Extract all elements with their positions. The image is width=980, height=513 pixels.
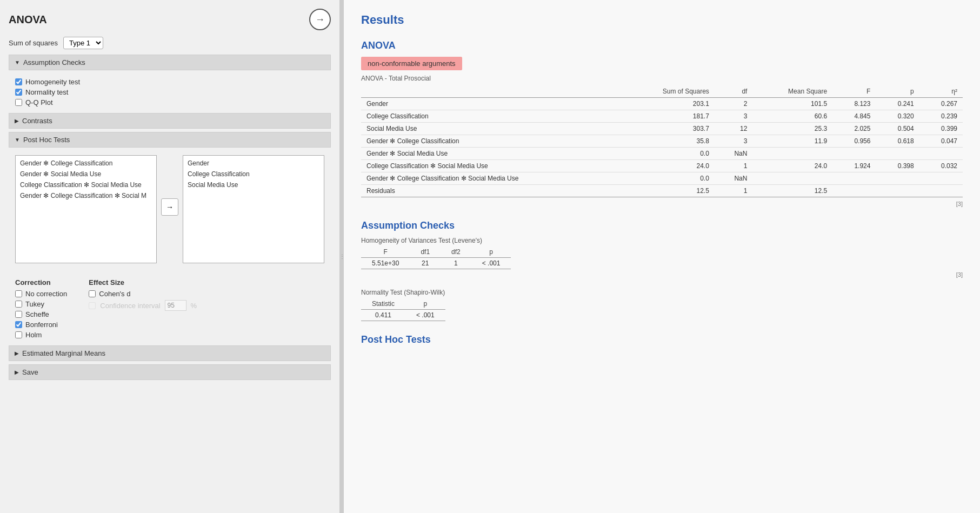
tukey-label[interactable]: Tukey (25, 300, 44, 308)
row-name: Gender (361, 98, 623, 110)
holm-row: Holm (15, 331, 67, 339)
row-ms: 101.5 (752, 98, 832, 110)
bonferroni-label[interactable]: Bonferroni (25, 321, 58, 329)
norm-val-p: < .001 (405, 310, 445, 321)
list-item[interactable]: Gender (185, 158, 322, 169)
ci-row: Confidence interval % (89, 300, 197, 311)
scheffe-checkbox[interactable] (15, 311, 22, 318)
col-header-f: F (832, 85, 876, 98)
panel-header: ANOVA → (9, 9, 331, 30)
no-correction-checkbox[interactable] (15, 290, 22, 297)
row-f: 2.025 (832, 123, 876, 135)
hom-col-df1: df1 (410, 246, 441, 258)
qq-row: Q-Q Plot (15, 98, 324, 106)
bonferroni-checkbox[interactable] (15, 321, 22, 328)
post-hoc-right-list[interactable]: Gender College Classification Social Med… (183, 155, 324, 263)
estimated-marginal-means-header[interactable]: ▶ Estimated Marginal Means (9, 345, 331, 361)
row-ss: 35.8 (623, 135, 715, 148)
save-chevron: ▶ (15, 369, 19, 375)
cohens-d-row: Cohen's d (89, 290, 197, 298)
col-header-eta: η² (919, 85, 963, 98)
sum-of-squares-select[interactable]: Type 1 Type 2 Type 3 (63, 37, 103, 49)
tukey-checkbox[interactable] (15, 301, 22, 308)
normality-block: Normality Test (Shapiro-Wilk) Statistic … (361, 289, 963, 321)
norm-val-stat: 0.411 (361, 310, 405, 321)
row-p (876, 172, 919, 185)
homogeneity-table: F df1 df2 p 5.51e+30 21 1 < .001 (361, 246, 511, 269)
normality-label[interactable]: Normality test (25, 88, 68, 96)
list-item[interactable]: Gender ✻ College Classification ✻ Social… (18, 190, 154, 201)
homogeneity-label[interactable]: Homogeneity test (25, 78, 80, 86)
post-hoc-section: Gender ✻ College Classification Gender ✻… (9, 151, 331, 274)
transfer-button[interactable]: → (161, 198, 178, 216)
holm-label[interactable]: Holm (25, 331, 42, 339)
post-hoc-left-list[interactable]: Gender ✻ College Classification Gender ✻… (15, 155, 157, 263)
list-item[interactable]: Gender ✻ Social Media Use (18, 169, 154, 179)
homogeneity-footnote: [3] (361, 271, 963, 278)
row-name: College Classification (361, 110, 623, 123)
post-hoc-header[interactable]: ▼ Post Hoc Tests (9, 132, 331, 148)
row-name: College Classification ✻ Social Media Us… (361, 160, 623, 172)
save-header[interactable]: ▶ Save (9, 364, 331, 380)
list-item[interactable]: College Classification ✻ Social Media Us… (18, 179, 154, 190)
row-f: 0.956 (832, 135, 876, 148)
row-name: Social Media Use (361, 123, 623, 135)
anova-table: Sum of Squares df Mean Square F p η² Gen… (361, 85, 963, 197)
ci-value-input[interactable] (165, 300, 186, 311)
transfer-row: Gender ✻ College Classification Gender ✻… (15, 155, 324, 263)
bonferroni-row: Bonferroni (15, 321, 67, 329)
arrow-button[interactable]: → (309, 9, 331, 30)
row-p (876, 148, 919, 160)
list-item[interactable]: Social Media Use (185, 179, 322, 190)
anova-title: ANOVA (9, 14, 47, 26)
assumption-checks-header[interactable]: ▼ Assumption Checks (9, 55, 331, 70)
assumption-checks-results-title: Assumption Checks (361, 220, 963, 231)
col-header-df: df (715, 85, 753, 98)
no-correction-label[interactable]: No correction (25, 290, 67, 298)
row-ms: 11.9 (752, 135, 832, 148)
scheffe-label[interactable]: Scheffe (25, 310, 49, 318)
holm-checkbox[interactable] (15, 331, 22, 338)
row-ms (752, 172, 832, 185)
row-ss: 303.7 (623, 123, 715, 135)
cohens-d-label[interactable]: Cohen's d (99, 290, 130, 298)
row-name: Gender ✻ College Classification (361, 135, 623, 148)
row-f (832, 185, 876, 197)
list-item[interactable]: College Classification (185, 169, 322, 179)
ci-label: Confidence interval (100, 302, 160, 310)
post-hoc-label: Post Hoc Tests (23, 136, 70, 144)
homogeneity-checkbox[interactable] (15, 78, 22, 85)
row-p: 0.504 (876, 123, 919, 135)
row-f: 4.845 (832, 110, 876, 123)
cohens-d-checkbox[interactable] (89, 290, 96, 297)
ci-unit: % (191, 302, 197, 310)
assumption-chevron: ▼ (15, 59, 20, 65)
ci-checkbox[interactable] (89, 302, 96, 309)
col-header-ms: Mean Square (752, 85, 832, 98)
tukey-row: Tukey (15, 300, 67, 308)
hom-col-p: p (471, 246, 511, 258)
row-ms: 60.6 (752, 110, 832, 123)
normality-checkbox[interactable] (15, 89, 22, 96)
qq-checkbox[interactable] (15, 99, 22, 106)
table-row: College Classification ✻ Social Media Us… (361, 160, 963, 172)
table-row: Gender ✻ College Classification ✻ Social… (361, 172, 963, 185)
row-name: Residuals (361, 185, 623, 197)
homogeneity-block: Homogeneity of Variances Test (Levene's)… (361, 237, 963, 278)
row-df: 3 (715, 110, 753, 123)
row-eta: 0.267 (919, 98, 963, 110)
sum-of-squares-label: Sum of squares (9, 39, 58, 47)
row-ms: 25.3 (752, 123, 832, 135)
hom-col-df2: df2 (441, 246, 471, 258)
effect-size-title: Effect Size (89, 278, 197, 287)
norm-col-stat: Statistic (361, 298, 405, 310)
scheffe-row: Scheffe (15, 310, 67, 318)
qq-label[interactable]: Q-Q Plot (25, 98, 53, 106)
contrasts-header[interactable]: ▶ Contrasts (9, 113, 331, 129)
row-eta: 0.239 (919, 110, 963, 123)
row-ss: 0.0 (623, 148, 715, 160)
row-eta (919, 172, 963, 185)
table-row: College Classification 181.7 3 60.6 4.84… (361, 110, 963, 123)
anova-table-subtitle: ANOVA - Total Prosocial (361, 75, 963, 82)
list-item[interactable]: Gender ✻ College Classification (18, 158, 154, 169)
